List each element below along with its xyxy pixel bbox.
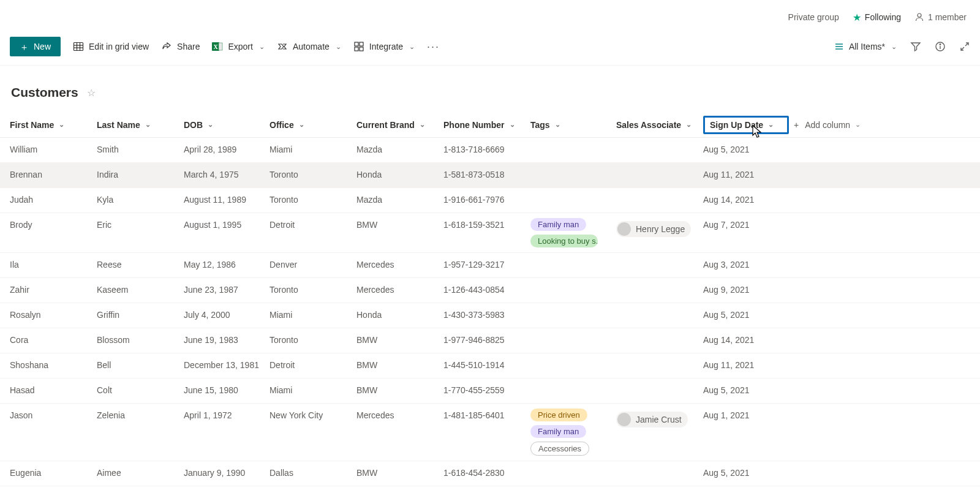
chevron-down-icon: ⌄ bbox=[420, 121, 425, 129]
favorite-star-button[interactable]: ☆ bbox=[87, 87, 96, 99]
excel-icon: X bbox=[212, 41, 223, 52]
cell-empty bbox=[789, 163, 980, 176]
table-row[interactable]: JudahKylaAugust 11, 1989TorontoMazda1-91… bbox=[0, 188, 980, 213]
table-body: WilliamSmithApril 28, 1989MiamiMazda1-81… bbox=[0, 138, 980, 486]
cell-last-name: Reese bbox=[97, 253, 184, 276]
cell-brand: Mazda bbox=[356, 138, 443, 161]
avatar-icon bbox=[617, 222, 631, 236]
cell-dob: July 4, 2000 bbox=[184, 303, 270, 326]
tag-pill[interactable]: Price driven bbox=[530, 409, 587, 421]
new-button-label: New bbox=[34, 42, 51, 51]
edit-grid-button[interactable]: Edit in grid view bbox=[73, 41, 149, 52]
chevron-down-icon: ⌄ bbox=[686, 121, 692, 129]
cell-first-name: Brennan bbox=[10, 163, 97, 186]
cell-empty bbox=[789, 213, 980, 227]
person-pill[interactable]: Henry Legge bbox=[616, 221, 691, 237]
cell-tags bbox=[530, 379, 616, 388]
cell-sign-up-date: Aug 1, 2021 bbox=[703, 404, 789, 427]
new-button[interactable]: ＋ New bbox=[10, 37, 61, 56]
cell-tags: Price drivenFamily manAccessories bbox=[530, 404, 616, 461]
column-header-phone[interactable]: Phone Number⌄ bbox=[443, 115, 530, 135]
cell-phone: 1-618-159-3521 bbox=[443, 213, 530, 236]
group-privacy-label: Private group bbox=[788, 12, 839, 22]
table-row[interactable]: RosalynGriffinJuly 4, 2000MiamiHonda1-43… bbox=[0, 303, 980, 328]
table-row[interactable]: WilliamSmithApril 28, 1989MiamiMazda1-81… bbox=[0, 138, 980, 163]
cell-office: Dallas bbox=[270, 461, 356, 484]
cell-tags: Family manLooking to buy s... bbox=[530, 213, 616, 252]
cell-phone: 1-126-443-0854 bbox=[443, 278, 530, 301]
cell-brand: BMW bbox=[356, 379, 443, 402]
tag-pill[interactable]: Family man bbox=[530, 218, 586, 231]
svg-rect-9 bbox=[355, 42, 358, 46]
cell-empty bbox=[789, 461, 980, 475]
column-header-first-name[interactable]: First Name⌄ bbox=[10, 115, 97, 135]
cell-tags bbox=[530, 188, 616, 198]
info-button[interactable] bbox=[935, 41, 946, 52]
cell-last-name: Blossom bbox=[97, 328, 184, 352]
share-button[interactable]: Share bbox=[161, 41, 200, 52]
cell-office: New York City bbox=[270, 404, 356, 427]
cell-first-name: Ila bbox=[10, 253, 97, 276]
chevron-down-icon: ⌄ bbox=[555, 121, 560, 129]
cell-sign-up-date: Aug 7, 2021 bbox=[703, 213, 789, 236]
export-label: Export bbox=[228, 42, 252, 51]
column-header-tags[interactable]: Tags⌄ bbox=[530, 115, 616, 135]
cell-dob: April 1, 1972 bbox=[184, 404, 270, 427]
column-header-last-name[interactable]: Last Name⌄ bbox=[97, 115, 184, 135]
cell-office: Detroit bbox=[270, 213, 356, 236]
svg-rect-12 bbox=[360, 47, 363, 51]
cell-phone: 1-813-718-6669 bbox=[443, 138, 530, 161]
integrate-button[interactable]: Integrate ⌄ bbox=[353, 41, 415, 52]
export-button[interactable]: X Export ⌄ bbox=[212, 41, 264, 52]
cell-office: Toronto bbox=[270, 328, 356, 352]
table-row[interactable]: JasonZeleniaApril 1, 1972New York CityMe… bbox=[0, 404, 980, 461]
following-toggle[interactable]: ★ Following bbox=[853, 12, 901, 23]
column-header-dob[interactable]: DOB⌄ bbox=[184, 115, 270, 135]
cell-last-name: Smith bbox=[97, 138, 184, 161]
table-row[interactable]: ZahirKaseemJune 23, 1987TorontoMercedes1… bbox=[0, 278, 980, 303]
view-selector[interactable]: All Items* ⌄ bbox=[834, 42, 897, 51]
column-header-current-brand[interactable]: Current Brand⌄ bbox=[356, 115, 443, 135]
cell-brand: Mercedes bbox=[356, 253, 443, 276]
cell-dob: March 4, 1975 bbox=[184, 163, 270, 186]
cell-last-name: Indira bbox=[97, 163, 184, 186]
share-label: Share bbox=[177, 42, 200, 51]
overflow-menu-button[interactable]: ··· bbox=[427, 40, 440, 53]
cell-sales-associate bbox=[616, 278, 703, 292]
cell-sales-associate: Jamie Crust bbox=[616, 404, 703, 435]
table-row[interactable]: BrodyEricAugust 1, 1995DetroitBMW1-618-1… bbox=[0, 213, 980, 253]
following-label: Following bbox=[865, 12, 901, 22]
table-row[interactable]: EugeniaAimeeJanuary 9, 1990DallasBMW1-61… bbox=[0, 461, 980, 486]
table-row[interactable]: ShoshanaBellDecember 13, 1981DetroitBMW1… bbox=[0, 353, 980, 379]
filter-button[interactable] bbox=[910, 41, 921, 52]
cell-empty bbox=[789, 253, 980, 266]
automate-button[interactable]: Automate ⌄ bbox=[277, 41, 341, 52]
integrate-label: Integrate bbox=[369, 42, 403, 51]
column-header-sign-up-date[interactable]: Sign Up Date⌄ bbox=[703, 116, 789, 134]
cell-last-name: Kyla bbox=[97, 188, 184, 211]
cell-brand: BMW bbox=[356, 353, 443, 377]
expand-icon bbox=[959, 41, 970, 52]
filter-icon bbox=[910, 41, 921, 52]
avatar-icon bbox=[617, 413, 631, 426]
command-bar: ＋ New Edit in grid view Share X Export ⌄… bbox=[0, 29, 980, 66]
table-row[interactable]: HasadColtJune 15, 1980MiamiBMW1-770-455-… bbox=[0, 379, 980, 404]
tag-pill[interactable]: Accessories bbox=[530, 442, 589, 456]
cell-sales-associate bbox=[616, 253, 703, 266]
table-row[interactable]: CoraBlossomJune 19, 1983TorontoBMW1-977-… bbox=[0, 328, 980, 353]
expand-button[interactable] bbox=[959, 41, 970, 52]
column-header-office[interactable]: Office⌄ bbox=[270, 115, 356, 135]
add-column-button[interactable]: +Add column⌄ bbox=[789, 115, 980, 135]
tag-pill[interactable]: Looking to buy s... bbox=[530, 235, 598, 247]
person-icon bbox=[914, 12, 924, 22]
column-header-sales-associate[interactable]: Sales Associate⌄ bbox=[616, 115, 703, 135]
table-row[interactable]: BrennanIndiraMarch 4, 1975TorontoHonda1-… bbox=[0, 163, 980, 188]
table-row[interactable]: IlaReeseMay 12, 1986DenverMercedes1-957-… bbox=[0, 253, 980, 278]
members-link[interactable]: 1 member bbox=[914, 12, 967, 22]
cell-office: Toronto bbox=[270, 163, 356, 186]
person-pill[interactable]: Jamie Crust bbox=[616, 412, 688, 428]
cell-last-name: Colt bbox=[97, 379, 184, 402]
cell-sign-up-date: Aug 11, 2021 bbox=[703, 163, 789, 186]
cell-sales-associate bbox=[616, 188, 703, 202]
tag-pill[interactable]: Family man bbox=[530, 425, 586, 438]
